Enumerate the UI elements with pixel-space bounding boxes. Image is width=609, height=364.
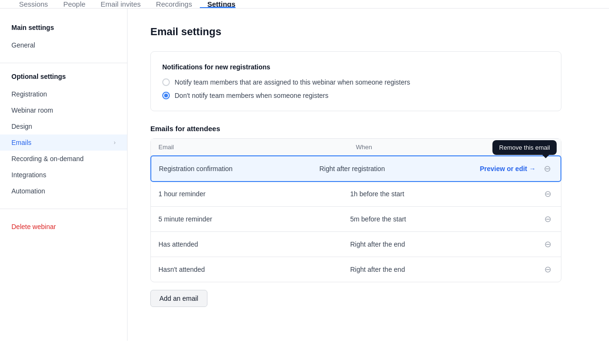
nav-item-people[interactable]: People [56,0,93,18]
sidebar-item-design[interactable]: Design [0,118,127,134]
radio-dont-notify-label: Don't notify team members when someone r… [175,92,328,99]
remove-attended-button[interactable]: ⊖ [542,239,553,250]
sidebar-item-integrations[interactable]: Integrations [0,167,127,183]
sidebar-item-automation[interactable]: Automation [0,183,127,199]
table-header: Email When [151,139,561,156]
sidebar-optional-section-title: Optional settings [0,73,127,86]
remove-5m-button[interactable]: ⊖ [542,213,553,225]
radio-dont-notify[interactable]: Don't notify team members when someone r… [162,92,550,99]
email-when-not-attended: Right after the end [350,266,542,273]
sidebar-main-section-title: Main settings [0,24,127,37]
top-navigation: Sessions People Email invites Recordings… [0,0,609,9]
nav-item-wrap-email-invites: Email invites [93,0,148,8]
emails-table: Email When Registration confirmation Rig… [150,138,561,282]
remove-not-attended-button[interactable]: ⊖ [542,264,553,275]
radio-notify-input[interactable] [162,78,170,86]
radio-notify-label: Notify team members that are assigned to… [175,78,410,86]
nav-item-wrap-people: People [56,0,93,8]
add-email-button[interactable]: Add an email [150,290,207,307]
email-name-5m: 5 minute reminder [158,215,350,223]
nav-item-sessions[interactable]: Sessions [11,0,56,18]
sidebar-item-emails-label: Emails [11,139,31,146]
email-when-reg-confirm: Right after registration [319,165,480,172]
app-layout: Main settings General Optional settings … [0,9,609,341]
sidebar-divider [0,63,127,63]
nav-item-wrap-settings: Settings [200,0,243,8]
table-row: 5 minute reminder 5m before the start ⊖ [151,207,561,232]
nav-item-wrap-sessions: Sessions [11,0,56,8]
delete-webinar-button[interactable]: Delete webinar [0,219,127,235]
sidebar-item-registration[interactable]: Registration [0,86,127,102]
preview-edit-label: Preview or edit [480,165,527,172]
table-row: Hasn't attended Right after the end ⊖ [151,257,561,282]
email-when-attended: Right after the end [350,240,542,248]
sidebar: Main settings General Optional settings … [0,9,128,341]
preview-arrow-icon: → [529,165,536,172]
page-title: Email settings [150,26,561,38]
email-name-reg-confirm: Registration confirmation [159,165,319,172]
sidebar-divider-2 [0,209,127,209]
radio-group-notifications: Notify team members that are assigned to… [162,78,550,99]
preview-edit-link[interactable]: Preview or edit → [480,165,536,172]
main-content: Email settings Notifications for new reg… [128,9,584,341]
remove-email-button[interactable]: ⊖ [541,163,553,174]
nav-item-wrap-recordings: Recordings [148,0,200,8]
nav-item-email-invites[interactable]: Email invites [93,0,148,18]
col-when-header: When [356,144,553,151]
radio-notify[interactable]: Notify team members that are assigned to… [162,78,550,86]
sidebar-item-webinar-room[interactable]: Webinar room [0,102,127,118]
row-actions-attended: ⊖ [542,239,553,250]
table-row: 1 hour reminder 1h before the start ⊖ [151,182,561,207]
notifications-section: Notifications for new registrations Noti… [150,51,561,111]
row-actions-reg-confirm: Preview or edit → ⊖ Remove this email [480,163,553,174]
row-actions-1h: ⊖ [542,188,553,200]
sidebar-item-general[interactable]: General [0,37,127,53]
email-name-attended: Has attended [158,240,350,248]
remove-1h-button[interactable]: ⊖ [542,188,553,200]
emails-attendees-section: Emails for attendees Email When Registra… [150,125,561,307]
email-name-not-attended: Hasn't attended [158,266,350,273]
notifications-heading: Notifications for new registrations [162,63,550,71]
remove-tooltip-container: ⊖ Remove this email [541,163,553,174]
email-when-5m: 5m before the start [350,215,542,223]
nav-item-recordings[interactable]: Recordings [148,0,200,18]
col-email-header: Email [158,144,356,151]
sidebar-item-emails[interactable]: Emails › [0,134,127,151]
nav-item-settings[interactable]: Settings [200,0,243,18]
row-actions-not-attended: ⊖ [542,264,553,275]
row-actions-5m: ⊖ [542,213,553,225]
sidebar-item-recording[interactable]: Recording & on-demand [0,151,127,167]
email-when-1h: 1h before the start [350,190,542,198]
radio-dont-notify-input[interactable] [162,92,170,99]
emails-section-heading: Emails for attendees [150,125,561,133]
table-row: Has attended Right after the end ⊖ [151,232,561,257]
table-row: Registration confirmation Right after re… [150,155,561,182]
chevron-right-icon: › [114,139,116,146]
email-name-1h: 1 hour reminder [158,190,350,198]
